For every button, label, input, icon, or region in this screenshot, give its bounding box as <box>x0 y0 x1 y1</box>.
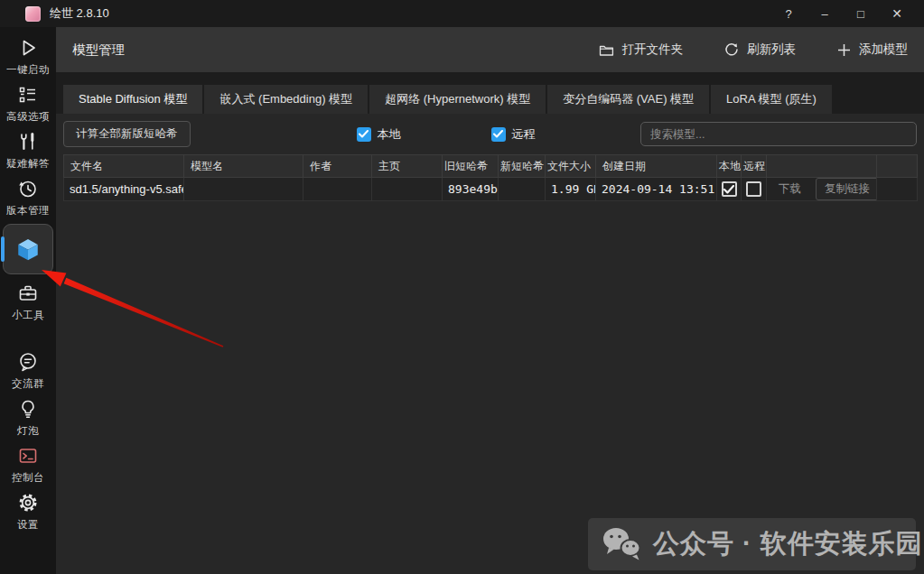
refresh-icon <box>724 42 739 57</box>
app-title: 绘世 2.8.10 <box>50 5 109 22</box>
sidebar-item-label: 疑难解答 <box>6 157 50 171</box>
col-homepage[interactable]: 主页 <box>372 155 443 178</box>
tab-lora[interactable]: LoRA 模型 (原生) <box>711 85 832 114</box>
content-area: 计算全部新版短哈希 本地 远程 <box>56 121 924 201</box>
col-remote[interactable]: 远程 <box>742 155 767 178</box>
col-author[interactable]: 作者 <box>303 155 372 178</box>
sidebar-item-advanced-options[interactable]: 高级选项 <box>0 83 56 124</box>
cell-model-name <box>184 178 303 201</box>
close-button[interactable]: ✕ <box>879 0 915 27</box>
col-file-size[interactable]: 文件大小 <box>546 155 596 178</box>
watermark-banner: 公众号 · 软件安装乐园 <box>588 518 916 570</box>
cell-author <box>303 178 372 201</box>
sidebar-item-model-manage[interactable] <box>3 224 53 274</box>
tab-vae[interactable]: 变分自编码器 (VAE) 模型 <box>547 85 709 114</box>
page-header: 模型管理 打开文件夹 <box>56 27 924 72</box>
col-model-name[interactable]: 模型名 <box>184 155 303 178</box>
cell-old-hash: 893e49b9 <box>443 178 499 201</box>
sidebar-item-tools[interactable]: 小工具 <box>0 282 56 322</box>
app-window: 绘世 2.8.10 ? – □ ✕ 一键启动 高级选项 <box>0 0 924 574</box>
main-panel: 模型管理 打开文件夹 <box>56 27 924 574</box>
search-input[interactable] <box>640 122 917 146</box>
page-title: 模型管理 <box>72 42 125 59</box>
local-filter-label: 本地 <box>378 126 401 143</box>
sidebar-item-label: 交流群 <box>12 377 44 391</box>
cell-empty <box>877 178 918 201</box>
active-indicator <box>1 236 5 262</box>
sidebar-item-troubleshoot[interactable]: 疑难解答 <box>0 130 56 171</box>
copy-link-button[interactable]: 复制链接 <box>816 178 877 200</box>
sidebar-spacer <box>0 329 56 350</box>
sidebar: 一键启动 高级选项 疑难解答 <box>0 27 56 574</box>
header-actions: 打开文件夹 刷新列表 <box>557 42 909 58</box>
toolbox-icon <box>16 282 40 305</box>
cell-homepage <box>372 178 443 201</box>
refresh-list-label: 刷新列表 <box>747 42 796 58</box>
sidebar-item-label: 小工具 <box>12 309 44 322</box>
table-header-row: 文件名 模型名 作者 主页 旧短哈希 新短哈希 文件大小 创建日期 本地 远程 <box>64 155 918 178</box>
add-model-button[interactable]: 添加模型 <box>837 42 908 58</box>
sidebar-item-version-manage[interactable]: 版本管理 <box>0 177 56 218</box>
remote-checkbox[interactable] <box>491 127 506 142</box>
minimize-button[interactable]: – <box>807 0 843 27</box>
settings-icon <box>16 491 40 514</box>
local-filter[interactable]: 本地 <box>357 126 401 143</box>
cell-actions: 下载 复制链接 <box>767 178 877 201</box>
download-button[interactable]: 下载 <box>770 179 809 199</box>
cell-remote <box>742 178 767 201</box>
sidebar-item-label: 灯泡 <box>17 424 39 438</box>
cell-file-size: 1.99 GB <box>546 178 596 201</box>
filter-controls: 计算全部新版短哈希 本地 远程 <box>63 121 917 147</box>
tab-embedding[interactable]: 嵌入式 (Embedding) 模型 <box>204 85 368 114</box>
maximize-button[interactable]: □ <box>843 0 879 27</box>
add-model-label: 添加模型 <box>859 42 908 58</box>
sidebar-item-settings[interactable]: 设置 <box>0 491 56 532</box>
col-local[interactable]: 本地 <box>717 155 742 178</box>
col-created[interactable]: 创建日期 <box>596 155 717 178</box>
folder-icon <box>599 43 614 57</box>
remote-filter-label: 远程 <box>512 126 536 143</box>
cell-local <box>717 178 742 201</box>
sidebar-item-label: 设置 <box>17 518 39 532</box>
advanced-options-icon <box>16 83 40 106</box>
col-new-hash[interactable]: 新短哈希 <box>499 155 546 178</box>
watermark-text: 公众号 · 软件安装乐园 <box>653 526 923 562</box>
remote-filter[interactable]: 远程 <box>491 126 536 143</box>
sidebar-item-label: 版本管理 <box>6 204 50 218</box>
sidebar-item-bulb[interactable]: 灯泡 <box>0 397 56 438</box>
play-icon <box>16 36 40 60</box>
tab-hypernetwork[interactable]: 超网络 (Hypernetwork) 模型 <box>369 85 546 114</box>
model-type-tabs: Stable Diffusion 模型 嵌入式 (Embedding) 模型 超… <box>56 72 924 114</box>
col-old-hash[interactable]: 旧短哈希 <box>443 155 499 178</box>
model-cube-icon <box>14 236 42 263</box>
help-button[interactable]: ? <box>770 0 807 27</box>
compute-hash-button[interactable]: 计算全部新版短哈希 <box>63 121 191 147</box>
window-controls: ? – □ ✕ <box>770 0 915 27</box>
local-checkbox[interactable] <box>357 127 371 142</box>
open-folder-label: 打开文件夹 <box>622 42 684 58</box>
col-empty <box>877 155 918 178</box>
table-row[interactable]: sd1.5/anything-v5.safet 893e49b9 1.99 GB… <box>64 178 918 201</box>
wechat-icon <box>601 525 642 563</box>
cell-filename: sd1.5/anything-v5.safet <box>64 178 184 201</box>
sidebar-item-label: 高级选项 <box>6 110 50 124</box>
open-folder-button[interactable]: 打开文件夹 <box>599 42 684 58</box>
cell-new-hash <box>499 178 546 201</box>
model-table: 文件名 模型名 作者 主页 旧短哈希 新短哈希 文件大小 创建日期 本地 远程 <box>63 154 918 201</box>
refresh-list-button[interactable]: 刷新列表 <box>724 42 796 58</box>
chat-group-icon <box>16 350 40 374</box>
col-filename[interactable]: 文件名 <box>64 155 184 178</box>
titlebar: 绘世 2.8.10 ? – □ ✕ <box>0 0 924 27</box>
app-logo-icon <box>25 6 41 22</box>
sidebar-item-launch[interactable]: 一键启动 <box>0 36 56 77</box>
row-remote-checkbox[interactable] <box>746 181 761 197</box>
console-icon <box>16 444 40 468</box>
sidebar-item-console[interactable]: 控制台 <box>0 444 56 485</box>
sidebar-item-label: 一键启动 <box>6 63 50 77</box>
col-actions <box>767 155 877 178</box>
row-local-checkbox[interactable] <box>722 181 737 197</box>
sidebar-item-chat-group[interactable]: 交流群 <box>0 350 56 391</box>
tab-stable-diffusion[interactable]: Stable Diffusion 模型 <box>63 85 202 114</box>
sidebar-item-label: 控制台 <box>12 471 44 485</box>
troubleshoot-icon <box>16 130 40 153</box>
